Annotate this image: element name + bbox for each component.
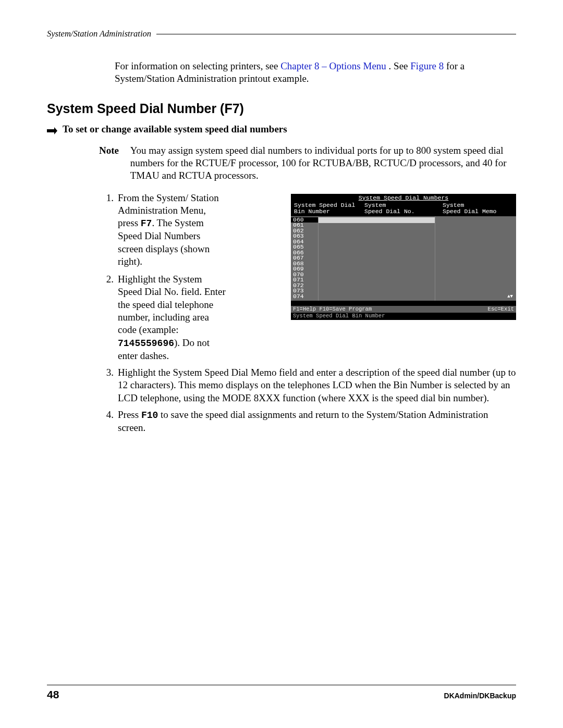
shot-col1b: Bin Number: [294, 208, 330, 215]
step-4-num: 4.: [99, 409, 114, 434]
shot-dial-column: [318, 216, 435, 301]
shot-list-area: 060 061 062 063 064 065 066 067 068 069: [291, 216, 516, 301]
link-chapter8[interactable]: Chapter 8 – Options Menu: [280, 60, 386, 71]
shot-footer-right: Esc=Exit: [488, 306, 514, 312]
note-body: You may assign system speed dial numbers…: [130, 144, 516, 182]
intro-text-2: . See: [389, 60, 411, 71]
screenshot-column: System Speed Dial Numbers System Speed D…: [280, 192, 516, 363]
header-rule: [156, 34, 516, 34]
shot-title: System Speed Dial Numbers: [291, 194, 516, 202]
section-heading: System Speed Dial Number (F7): [47, 101, 516, 116]
shot-col3b: Speed Dial Memo: [443, 208, 497, 215]
step-4-key: F10: [141, 410, 158, 421]
shot-input-strip: [319, 217, 435, 223]
step-2-key: 7145559696: [118, 338, 174, 349]
step-2-num: 2.: [99, 273, 114, 362]
doc-title-footer: DKAdmin/DKBackup: [444, 692, 516, 700]
step-3-text: Highlight the System Speed Dial Memo fie…: [118, 366, 516, 404]
shot-col2b: Speed Dial No.: [364, 208, 415, 215]
running-header: System/Station Administration: [47, 29, 516, 39]
svg-marker-0: [47, 127, 57, 134]
step-1-num: 1.: [99, 192, 114, 204]
steps-list: 1. From the System/ Station Administrati…: [99, 192, 516, 435]
page-number: 48: [47, 688, 59, 701]
speed-dial-screenshot: System Speed Dial Numbers System Speed D…: [291, 194, 516, 320]
page: System/Station Administration For inform…: [0, 0, 563, 728]
shot-col-headers: System Speed Dial Bin Number System Spee…: [291, 202, 516, 216]
step-4-text-a: Press: [118, 409, 141, 420]
step-2-text-a: Highlight the System Speed Dial No. fiel…: [118, 274, 226, 335]
shot-memo-column: [435, 216, 516, 301]
intro-text-1: For information on selecting printers, s…: [115, 60, 280, 71]
shot-col3a: System: [443, 202, 464, 208]
step-4-text-b: to save the speed dial assignments and r…: [118, 409, 488, 433]
header-text: System/Station Administration: [47, 29, 156, 39]
shot-col2: System Speed Dial No.: [364, 202, 443, 215]
footer-rule: [47, 685, 516, 685]
step-4-row: 4. Press F10 to save the speed dial assi…: [99, 409, 516, 434]
step-1-row: 1. From the System/ Station Administrati…: [99, 192, 516, 363]
shot-col1a: System Speed Dial: [294, 202, 355, 208]
step-3-num: 3.: [99, 366, 114, 404]
procedure-subhead: To set or change available system speed …: [47, 124, 516, 135]
shot-col2a: System: [364, 202, 386, 208]
step-2: Highlight the System Speed Dial No. fiel…: [118, 273, 227, 362]
arrow-right-icon: [47, 126, 57, 133]
link-figure8[interactable]: Figure 8: [410, 60, 444, 71]
page-footer: 48 DKAdmin/DKBackup: [47, 685, 516, 701]
note-block: Note You may assign system speed dial nu…: [99, 144, 516, 182]
step-1: From the System/ Station Administration …: [118, 192, 227, 268]
shot-footer2: System Speed Dial Bin Number: [291, 313, 516, 320]
subhead-text: To set or change available system speed …: [63, 124, 287, 135]
shot-col3: System Speed Dial Memo: [443, 202, 513, 215]
shot-gap: [291, 301, 516, 306]
shot-bin-column: 060 061 062 063 064 065 066 067 068 069: [291, 216, 318, 301]
intro-paragraph: For information on selecting printers, s…: [115, 60, 516, 85]
shot-col1: System Speed Dial Bin Number: [294, 202, 364, 215]
step-4: Press F10 to save the speed dial assignm…: [118, 409, 516, 434]
scroll-indicator-icon: ▲▼: [507, 294, 513, 299]
shot-footer1: F1=Help F10=Save Program Esc=Exit: [291, 306, 516, 313]
bin-row: 074: [293, 294, 316, 300]
shot-footer-left: F1=Help F10=Save Program: [293, 306, 372, 312]
step-1-key: F7: [141, 218, 152, 229]
step-3-row: 3. Highlight the System Speed Dial Memo …: [99, 366, 516, 404]
note-label: Note: [99, 144, 128, 157]
